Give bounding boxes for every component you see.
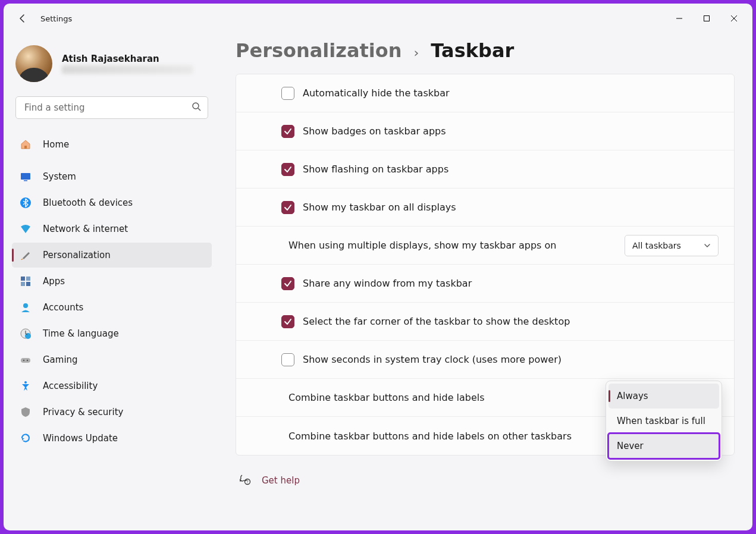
user-email-redacted xyxy=(62,65,193,74)
dropdown-all-taskbars[interactable]: All taskbars xyxy=(625,235,719,256)
setting-multi-show-on: When using multiple displays, show my ta… xyxy=(236,227,734,265)
sidebar-item-apps[interactable]: Apps xyxy=(12,269,212,294)
user-name: Atish Rajasekharan xyxy=(62,54,193,64)
sidebar-item-label: Apps xyxy=(43,276,65,287)
chevron-right-icon: › xyxy=(414,45,419,60)
app-title: Settings xyxy=(40,14,72,23)
svg-rect-13 xyxy=(26,282,30,286)
svg-rect-8 xyxy=(24,180,27,181)
help-icon: ? xyxy=(239,473,251,488)
minimize-button[interactable] xyxy=(666,8,693,29)
setting-show-badges[interactable]: Show badges on taskbar apps xyxy=(236,112,734,150)
check-icon xyxy=(283,203,293,212)
sidebar-item-gaming[interactable]: Gaming xyxy=(12,347,212,372)
checkbox[interactable] xyxy=(281,201,294,214)
paintbrush-icon xyxy=(19,249,32,262)
sidebar-item-accounts[interactable]: Accounts xyxy=(12,295,212,320)
flyout-option-label: Always xyxy=(617,391,648,401)
setting-label: Show my taskbar on all displays xyxy=(303,202,719,213)
sidebar-item-system[interactable]: System xyxy=(12,164,212,189)
sidebar-item-personalization[interactable]: Personalization xyxy=(12,243,212,268)
checkbox[interactable] xyxy=(281,277,294,290)
sidebar-item-label: Personalization xyxy=(43,250,111,260)
svg-rect-6 xyxy=(24,146,27,149)
checkbox[interactable] xyxy=(281,315,294,328)
sidebar-item-privacy[interactable]: Privacy & security xyxy=(12,400,212,425)
clock-globe-icon xyxy=(19,327,32,340)
sidebar-item-accessibility[interactable]: Accessibility xyxy=(12,373,212,398)
sidebar-item-label: Network & internet xyxy=(43,224,128,234)
user-block[interactable]: Atish Rajasekharan xyxy=(12,39,212,94)
setting-label: Share any window from my taskbar xyxy=(303,278,719,289)
sidebar-item-home[interactable]: Home xyxy=(12,132,212,157)
combine-dropdown-flyout: Always When taskbar is full Never xyxy=(606,381,722,461)
svg-rect-17 xyxy=(21,358,30,363)
sidebar-item-label: Accessibility xyxy=(43,381,98,391)
setting-label: Show seconds in system tray clock (uses … xyxy=(303,354,719,365)
sidebar-item-network[interactable]: Network & internet xyxy=(12,216,212,241)
sidebar-item-label: Privacy & security xyxy=(43,407,123,417)
flyout-option-never[interactable]: Never xyxy=(608,434,719,458)
flyout-option-always[interactable]: Always xyxy=(608,384,719,409)
sidebar-item-label: Accounts xyxy=(43,302,83,313)
svg-rect-10 xyxy=(21,277,25,281)
gamepad-icon xyxy=(19,353,32,366)
svg-rect-7 xyxy=(21,173,30,180)
home-icon xyxy=(19,138,32,151)
check-icon xyxy=(283,165,293,174)
settings-window: Settings Atish Rajasekharan xyxy=(4,4,752,530)
sidebar-item-label: Time & language xyxy=(43,328,119,339)
setting-show-seconds[interactable]: Show seconds in system tray clock (uses … xyxy=(236,341,734,379)
bluetooth-icon xyxy=(19,196,32,209)
search-box xyxy=(15,96,208,119)
check-icon xyxy=(283,317,293,326)
setting-label: Show badges on taskbar apps xyxy=(303,125,719,137)
breadcrumb-parent[interactable]: Personalization xyxy=(236,39,402,62)
check-icon xyxy=(283,279,293,288)
back-arrow-icon xyxy=(18,14,27,23)
shield-icon xyxy=(19,406,32,419)
update-icon xyxy=(19,432,32,445)
setting-auto-hide[interactable]: Automatically hide the taskbar xyxy=(236,74,734,112)
close-button[interactable] xyxy=(720,8,748,29)
avatar xyxy=(15,45,52,82)
sidebar-item-bluetooth[interactable]: Bluetooth & devices xyxy=(12,190,212,215)
chevron-down-icon xyxy=(704,242,711,249)
get-help-link[interactable]: ? Get help xyxy=(236,473,735,488)
checkbox[interactable] xyxy=(281,125,294,138)
close-icon xyxy=(730,15,738,22)
svg-point-14 xyxy=(23,303,28,308)
accessibility-icon xyxy=(19,379,32,392)
breadcrumb: Personalization › Taskbar xyxy=(236,39,735,62)
search-input[interactable] xyxy=(15,96,208,119)
setting-share-window[interactable]: Share any window from my taskbar xyxy=(236,265,734,303)
system-icon xyxy=(19,170,32,183)
window-controls xyxy=(666,8,748,29)
settings-list: Automatically hide the taskbar Show badg… xyxy=(236,74,735,456)
sidebar-item-label: Bluetooth & devices xyxy=(43,197,133,208)
person-icon xyxy=(19,301,32,314)
svg-rect-11 xyxy=(26,277,30,281)
checkbox[interactable] xyxy=(281,87,294,100)
sidebar-item-label: Windows Update xyxy=(43,433,118,444)
sidebar: Atish Rajasekharan Home xyxy=(4,33,218,530)
sidebar-item-label: System xyxy=(43,171,76,182)
flyout-option-when-full[interactable]: When taskbar is full xyxy=(608,409,719,434)
sidebar-item-time[interactable]: Time & language xyxy=(12,321,212,346)
flyout-option-label: Never xyxy=(617,441,644,451)
svg-point-18 xyxy=(23,360,24,361)
apps-icon xyxy=(19,275,32,288)
setting-show-flashing[interactable]: Show flashing on taskbar apps xyxy=(236,150,734,189)
checkbox[interactable] xyxy=(281,353,294,366)
svg-point-19 xyxy=(27,360,28,361)
sidebar-item-update[interactable]: Windows Update xyxy=(12,426,212,451)
checkbox[interactable] xyxy=(281,163,294,176)
setting-far-corner[interactable]: Select the far corner of the taskbar to … xyxy=(236,303,734,341)
setting-all-displays[interactable]: Show my taskbar on all displays xyxy=(236,189,734,227)
flyout-option-label: When taskbar is full xyxy=(617,416,705,426)
check-icon xyxy=(283,127,293,136)
back-button[interactable] xyxy=(11,7,34,30)
page-title: Taskbar xyxy=(431,39,514,62)
titlebar: Settings xyxy=(4,4,752,33)
maximize-button[interactable] xyxy=(693,8,720,29)
